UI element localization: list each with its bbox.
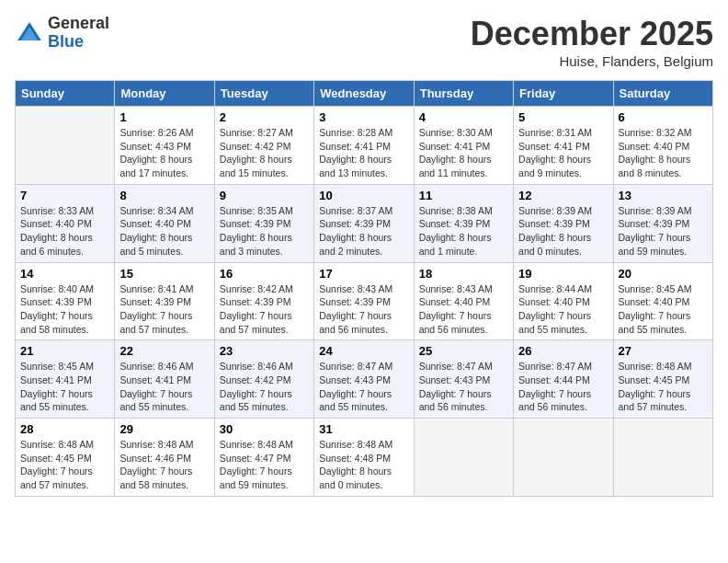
header-cell-saturday: Saturday (613, 81, 712, 107)
day-cell: 14Sunrise: 8:40 AM Sunset: 4:39 PM Dayli… (16, 262, 115, 340)
day-info: Sunrise: 8:48 AM Sunset: 4:45 PM Dayligh… (619, 360, 708, 414)
day-number: 27 (619, 344, 708, 358)
day-number: 28 (20, 422, 109, 436)
logo-blue-text: Blue (48, 33, 109, 52)
day-cell (414, 419, 513, 497)
day-info: Sunrise: 8:33 AM Sunset: 4:40 PM Dayligh… (20, 204, 109, 259)
day-number: 6 (619, 110, 708, 124)
day-info: Sunrise: 8:47 AM Sunset: 4:43 PM Dayligh… (419, 360, 508, 414)
day-cell: 7Sunrise: 8:33 AM Sunset: 4:40 PM Daylig… (16, 184, 115, 262)
header-row: SundayMondayTuesdayWednesdayThursdayFrid… (16, 81, 713, 107)
day-number: 23 (220, 344, 309, 358)
header-cell-tuesday: Tuesday (214, 81, 313, 107)
day-cell: 25Sunrise: 8:47 AM Sunset: 4:43 PM Dayli… (414, 340, 513, 419)
header-cell-monday: Monday (115, 81, 214, 107)
day-cell: 31Sunrise: 8:48 AM Sunset: 4:48 PM Dayli… (314, 419, 414, 497)
week-row-5: 28Sunrise: 8:48 AM Sunset: 4:45 PM Dayli… (16, 419, 713, 497)
day-info: Sunrise: 8:40 AM Sunset: 4:39 PM Dayligh… (20, 282, 109, 337)
day-cell: 8Sunrise: 8:34 AM Sunset: 4:40 PM Daylig… (115, 184, 214, 262)
day-info: Sunrise: 8:37 AM Sunset: 4:39 PM Dayligh… (319, 204, 408, 259)
day-number: 14 (20, 267, 109, 281)
day-number: 17 (319, 267, 408, 281)
day-number: 13 (619, 189, 708, 202)
day-cell: 17Sunrise: 8:43 AM Sunset: 4:39 PM Dayli… (314, 262, 414, 340)
day-number: 22 (119, 344, 209, 358)
day-cell: 9Sunrise: 8:35 AM Sunset: 4:39 PM Daylig… (214, 184, 313, 262)
day-number: 7 (20, 189, 109, 202)
day-number: 18 (419, 267, 508, 281)
day-number: 10 (319, 189, 408, 202)
day-number: 30 (220, 422, 309, 436)
day-cell: 16Sunrise: 8:42 AM Sunset: 4:39 PM Dayli… (214, 262, 313, 340)
header-cell-sunday: Sunday (16, 81, 115, 107)
day-number: 11 (419, 189, 508, 202)
day-number: 4 (419, 110, 508, 124)
day-info: Sunrise: 8:39 AM Sunset: 4:39 PM Dayligh… (518, 204, 608, 259)
week-row-3: 14Sunrise: 8:40 AM Sunset: 4:39 PM Dayli… (16, 262, 713, 340)
day-cell (514, 419, 613, 497)
calendar-header: SundayMondayTuesdayWednesdayThursdayFrid… (16, 81, 713, 107)
day-cell: 28Sunrise: 8:48 AM Sunset: 4:45 PM Dayli… (16, 419, 115, 497)
day-number: 25 (419, 344, 508, 358)
week-row-2: 7Sunrise: 8:33 AM Sunset: 4:40 PM Daylig… (16, 184, 713, 262)
day-cell: 12Sunrise: 8:39 AM Sunset: 4:39 PM Dayli… (514, 184, 613, 262)
day-cell: 5Sunrise: 8:31 AM Sunset: 4:41 PM Daylig… (514, 107, 613, 185)
day-cell: 4Sunrise: 8:30 AM Sunset: 4:41 PM Daylig… (414, 107, 513, 185)
day-number: 3 (319, 110, 408, 124)
day-number: 8 (119, 189, 209, 202)
header-cell-friday: Friday (514, 81, 613, 107)
day-number: 12 (518, 189, 608, 202)
day-info: Sunrise: 8:48 AM Sunset: 4:47 PM Dayligh… (220, 438, 309, 492)
day-number: 26 (518, 344, 608, 358)
day-cell: 29Sunrise: 8:48 AM Sunset: 4:46 PM Dayli… (115, 419, 214, 497)
month-title: December 2025 (471, 15, 713, 53)
day-info: Sunrise: 8:47 AM Sunset: 4:43 PM Dayligh… (319, 360, 408, 414)
day-number: 21 (20, 344, 109, 358)
day-info: Sunrise: 8:44 AM Sunset: 4:40 PM Dayligh… (518, 282, 608, 337)
day-cell: 30Sunrise: 8:48 AM Sunset: 4:47 PM Dayli… (214, 419, 313, 497)
day-number: 9 (220, 189, 309, 202)
logo-general-text: General (48, 15, 109, 33)
logo: General Blue (15, 15, 109, 52)
day-cell: 23Sunrise: 8:46 AM Sunset: 4:42 PM Dayli… (214, 340, 313, 419)
day-info: Sunrise: 8:43 AM Sunset: 4:39 PM Dayligh… (319, 282, 408, 337)
day-number: 2 (220, 110, 309, 124)
day-info: Sunrise: 8:27 AM Sunset: 4:42 PM Dayligh… (220, 126, 309, 180)
calendar-table: SundayMondayTuesdayWednesdayThursdayFrid… (15, 80, 713, 497)
day-cell: 2Sunrise: 8:27 AM Sunset: 4:42 PM Daylig… (214, 107, 313, 185)
header-cell-thursday: Thursday (414, 81, 513, 107)
day-number: 29 (119, 422, 209, 436)
day-cell: 3Sunrise: 8:28 AM Sunset: 4:41 PM Daylig… (314, 107, 414, 185)
day-cell: 27Sunrise: 8:48 AM Sunset: 4:45 PM Dayli… (613, 340, 712, 419)
day-cell: 11Sunrise: 8:38 AM Sunset: 4:39 PM Dayli… (414, 184, 513, 262)
day-cell: 6Sunrise: 8:32 AM Sunset: 4:40 PM Daylig… (613, 107, 712, 185)
day-info: Sunrise: 8:31 AM Sunset: 4:41 PM Dayligh… (518, 126, 608, 180)
day-info: Sunrise: 8:47 AM Sunset: 4:44 PM Dayligh… (518, 360, 608, 414)
day-info: Sunrise: 8:45 AM Sunset: 4:40 PM Dayligh… (619, 282, 708, 337)
day-number: 24 (319, 344, 408, 358)
location: Huise, Flanders, Belgium (471, 53, 713, 69)
day-cell: 1Sunrise: 8:26 AM Sunset: 4:43 PM Daylig… (115, 107, 214, 185)
day-info: Sunrise: 8:34 AM Sunset: 4:40 PM Dayligh… (119, 204, 209, 259)
day-number: 15 (119, 267, 209, 281)
day-number: 5 (518, 110, 608, 124)
calendar-body: 1Sunrise: 8:26 AM Sunset: 4:43 PM Daylig… (16, 107, 713, 497)
day-info: Sunrise: 8:48 AM Sunset: 4:45 PM Dayligh… (20, 438, 109, 492)
week-row-4: 21Sunrise: 8:45 AM Sunset: 4:41 PM Dayli… (16, 340, 713, 419)
day-info: Sunrise: 8:28 AM Sunset: 4:41 PM Dayligh… (319, 126, 408, 180)
day-cell (16, 107, 115, 185)
day-cell: 24Sunrise: 8:47 AM Sunset: 4:43 PM Dayli… (314, 340, 414, 419)
week-row-1: 1Sunrise: 8:26 AM Sunset: 4:43 PM Daylig… (16, 107, 713, 185)
header-cell-wednesday: Wednesday (314, 81, 414, 107)
day-info: Sunrise: 8:38 AM Sunset: 4:39 PM Dayligh… (419, 204, 508, 259)
day-cell: 15Sunrise: 8:41 AM Sunset: 4:39 PM Dayli… (115, 262, 214, 340)
day-cell: 18Sunrise: 8:43 AM Sunset: 4:40 PM Dayli… (414, 262, 513, 340)
day-number: 1 (119, 110, 209, 124)
page-header: General Blue December 2025 Huise, Flande… (15, 15, 713, 69)
day-info: Sunrise: 8:39 AM Sunset: 4:39 PM Dayligh… (619, 204, 708, 259)
day-number: 19 (518, 267, 608, 281)
day-info: Sunrise: 8:48 AM Sunset: 4:48 PM Dayligh… (319, 438, 408, 492)
day-info: Sunrise: 8:35 AM Sunset: 4:39 PM Dayligh… (220, 204, 309, 259)
day-cell (613, 419, 712, 497)
day-info: Sunrise: 8:41 AM Sunset: 4:39 PM Dayligh… (119, 282, 209, 337)
